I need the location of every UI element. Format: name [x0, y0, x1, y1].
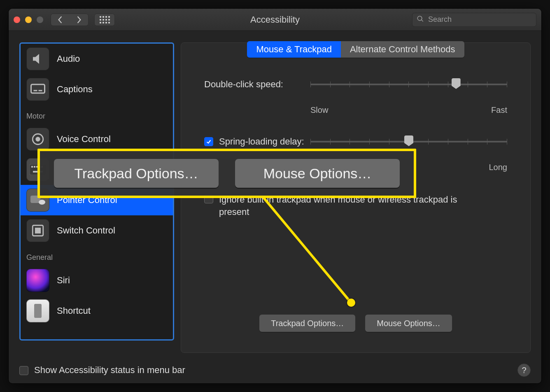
svg-rect-8 [36, 166, 38, 168]
spring-loading-checkbox[interactable] [204, 137, 213, 146]
slider-min-label: Slow [310, 105, 328, 115]
tabs: Mouse & Trackpad Alternate Control Metho… [206, 41, 506, 58]
svg-point-4 [36, 138, 40, 141]
sidebar-item-label: Switch Control [57, 225, 115, 236]
svg-rect-7 [34, 166, 35, 168]
spring-loading-slider[interactable] [310, 136, 507, 149]
ignore-builtin-label: Ignore built-in trackpad when mouse or w… [219, 194, 459, 218]
pointer-control-icon [26, 189, 49, 212]
siri-icon [26, 269, 49, 292]
sidebar-item-captions[interactable]: Captions [21, 74, 173, 105]
sidebar-item-pointer-control[interactable]: Pointer Control [21, 185, 173, 215]
svg-rect-9 [39, 166, 40, 168]
settings-panel: Mouse & Trackpad Alternate Control Metho… [181, 42, 531, 353]
search-icon [417, 15, 424, 24]
mouse-options-button[interactable]: Mouse Options… [365, 315, 452, 332]
body: Audio Captions Motor Voice Control [9, 31, 541, 357]
window-controls [14, 16, 43, 23]
svg-rect-15 [35, 228, 40, 233]
tab-alternate-control[interactable]: Alternate Control Methods [341, 41, 464, 58]
sidebar-item-audio[interactable]: Audio [21, 44, 173, 74]
slider-max-label: Fast [491, 105, 507, 115]
show-status-label: Show Accessibility status in menu bar [34, 365, 185, 376]
double-click-slider[interactable] [310, 79, 507, 92]
svg-rect-5 [30, 164, 46, 175]
accessibility-window: Accessibility Audio [8, 8, 542, 384]
nav-segmented [51, 14, 89, 26]
slider-max-label: Long [489, 163, 508, 172]
sidebar-item-shortcut[interactable]: Shortcut [21, 296, 173, 326]
sidebar-scroll: Audio Captions Motor Voice Control [21, 44, 173, 339]
back-button[interactable] [51, 14, 70, 26]
ignore-builtin-checkbox[interactable] [204, 194, 213, 203]
voice-control-icon [26, 128, 49, 151]
row-double-click-speed: Double-click speed: Slow Fast [204, 79, 507, 115]
sidebar[interactable]: Audio Captions Motor Voice Control [19, 42, 174, 341]
sidebar-section-motor: Motor [21, 105, 173, 124]
titlebar: Accessibility [9, 9, 541, 31]
footer: Show Accessibility status in menu bar ? [9, 357, 541, 383]
help-button[interactable]: ? [517, 364, 531, 377]
spring-loading-slider-knob[interactable] [404, 135, 413, 146]
option-buttons: Trackpad Options… Mouse Options… [181, 315, 530, 332]
show-all-prefs-button[interactable] [94, 14, 115, 26]
keyboard-icon [26, 158, 49, 181]
trackpad-options-button[interactable]: Trackpad Options… [259, 315, 355, 332]
sidebar-item-label: Shortcut [57, 306, 91, 316]
svg-rect-6 [31, 166, 33, 168]
forward-button[interactable] [70, 14, 89, 26]
row-spring-loading: Spring-loading delay: Short Long [204, 136, 507, 172]
grid-icon [100, 16, 110, 23]
sidebar-item-label: Captions [57, 84, 93, 95]
svg-point-13 [39, 200, 45, 205]
double-click-slider-knob[interactable] [452, 78, 461, 89]
sidebar-item-label: Pointer Control [57, 195, 117, 205]
sidebar-item-label: Audio [57, 54, 80, 64]
sidebar-item-keyboard[interactable]: Keyboard [21, 154, 173, 185]
svg-rect-10 [41, 166, 43, 168]
search-field[interactable] [412, 13, 536, 27]
double-click-label: Double-click speed: [204, 79, 302, 90]
zoom-window-button[interactable] [37, 16, 43, 23]
minimize-window-button[interactable] [25, 16, 32, 23]
sidebar-item-label: Keyboard [57, 164, 96, 175]
sidebar-item-switch-control[interactable]: Switch Control [21, 215, 173, 246]
shortcut-icon [26, 299, 49, 322]
sidebar-item-siri[interactable]: Siri [21, 265, 173, 296]
search-input[interactable] [427, 15, 532, 24]
sidebar-item-voice-control[interactable]: Voice Control [21, 124, 173, 154]
switch-control-icon [26, 219, 49, 242]
tab-mouse-trackpad[interactable]: Mouse & Trackpad [247, 41, 340, 58]
sidebar-item-label: Siri [57, 275, 70, 286]
svg-rect-11 [33, 171, 43, 173]
sidebar-item-label: Voice Control [57, 134, 111, 145]
settings-rows: Double-click speed: Slow Fast [181, 43, 530, 218]
close-window-button[interactable] [14, 16, 20, 23]
row-ignore-builtin: Ignore built-in trackpad when mouse or w… [204, 194, 507, 218]
spring-loading-label: Spring-loading delay: [219, 136, 304, 147]
captions-icon [26, 78, 49, 101]
svg-rect-0 [31, 84, 45, 93]
speaker-icon [26, 47, 49, 70]
show-status-checkbox[interactable] [19, 366, 28, 375]
sidebar-section-general: General [21, 246, 173, 265]
